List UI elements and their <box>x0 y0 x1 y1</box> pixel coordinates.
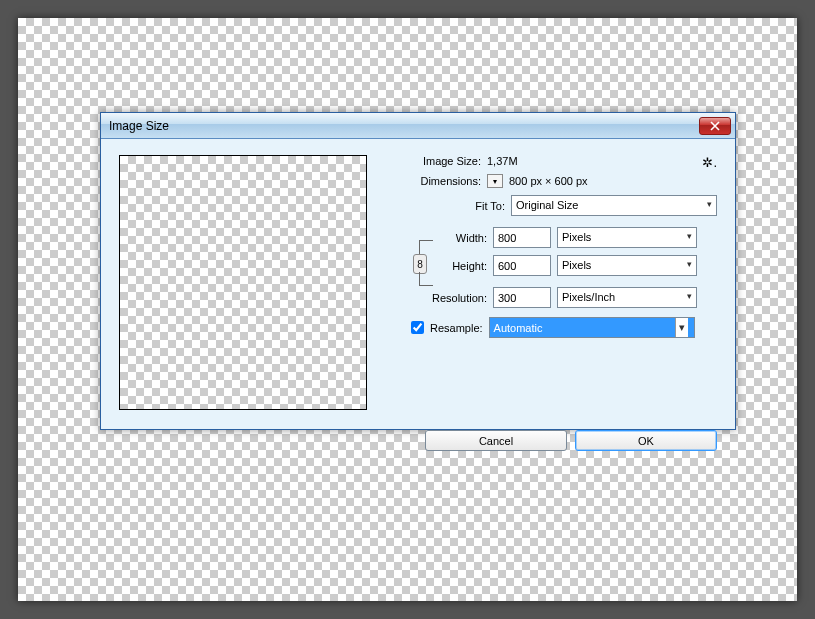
dialog-footer: Cancel OK <box>119 430 717 451</box>
width-unit-select[interactable]: Pixels <box>557 227 697 248</box>
resolution-input[interactable] <box>493 287 551 308</box>
preview-thumbnail[interactable] <box>119 155 367 410</box>
cancel-button[interactable]: Cancel <box>425 430 567 451</box>
fit-to-label: Fit To: <box>397 200 505 212</box>
image-size-label: Image Size: <box>397 155 481 167</box>
constrain-proportions: 8 <box>415 237 441 287</box>
close-button[interactable] <box>699 117 731 135</box>
controls-panel: ✲. Image Size: 1,37M Dimensions: ▾ 800 p… <box>397 155 717 410</box>
dimensions-value: 800 px × 600 px <box>509 175 588 187</box>
dialog-body: ✲. Image Size: 1,37M Dimensions: ▾ 800 p… <box>101 139 735 429</box>
ok-button[interactable]: OK <box>575 430 717 451</box>
resolution-unit-select[interactable]: Pixels/Inch <box>557 287 697 308</box>
close-icon <box>710 121 720 131</box>
gear-icon[interactable]: ✲. <box>702 155 717 170</box>
image-size-dialog: Image Size ✲. Image Size: 1,37M Dimensio… <box>100 112 736 430</box>
resample-checkbox[interactable] <box>411 321 424 334</box>
link-icon[interactable]: 8 <box>413 254 427 274</box>
dimensions-unit-toggle[interactable]: ▾ <box>487 174 503 188</box>
dialog-title: Image Size <box>109 119 699 133</box>
width-label: Width: <box>439 232 487 244</box>
dimensions-label: Dimensions: <box>397 175 481 187</box>
fit-to-select[interactable]: Original Size <box>511 195 717 216</box>
height-unit-select[interactable]: Pixels <box>557 255 697 276</box>
resample-label: Resample: <box>430 322 483 334</box>
dialog-titlebar[interactable]: Image Size <box>101 113 735 139</box>
height-label: Height: <box>439 260 487 272</box>
resolution-label: Resolution: <box>399 292 487 304</box>
resample-method-select[interactable]: Automatic <box>489 317 695 338</box>
image-size-value: 1,37M <box>487 155 518 167</box>
width-input[interactable] <box>493 227 551 248</box>
height-input[interactable] <box>493 255 551 276</box>
